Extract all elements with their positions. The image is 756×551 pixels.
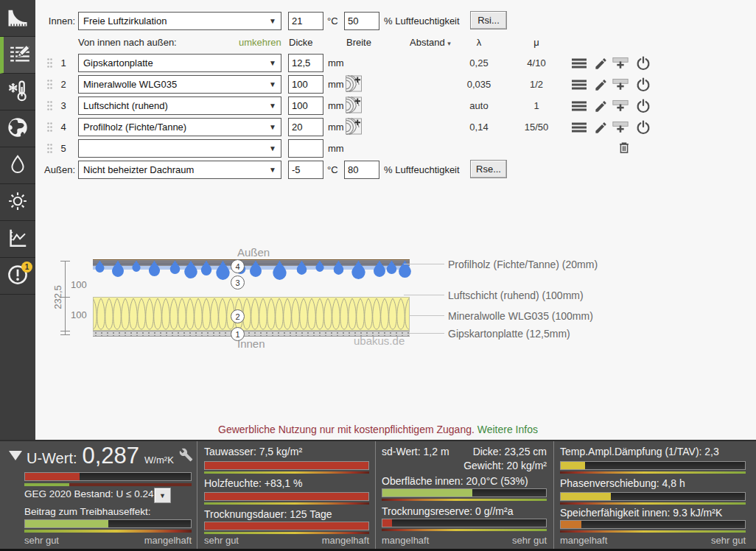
trocknungsdauer-bar — [204, 522, 369, 530]
aussen-temperature-input[interactable] — [288, 161, 323, 179]
aussen-humidity-input[interactable] — [344, 161, 379, 179]
material-select-3[interactable]: Luftschicht (ruhend)▼ — [78, 96, 281, 115]
innen-environment-select[interactable]: Freie Luftzirkulation ▼ — [78, 12, 281, 30]
chevron-down-icon: ▾ — [447, 40, 451, 47]
material-select-1[interactable]: Gipskartonplatte▼ — [78, 54, 281, 72]
unit-mm: mm — [328, 143, 344, 155]
thickness-input-4[interactable] — [288, 118, 323, 136]
drag-handle-icon[interactable] — [41, 97, 57, 113]
dimension-tick — [60, 261, 70, 262]
total-thickness-label: 232,5 — [52, 281, 63, 314]
water-drop-icon — [397, 260, 413, 278]
trocknungsreserve-bar — [382, 519, 547, 527]
sidebar: 1 — [0, 0, 35, 440]
trash-icon[interactable] — [616, 139, 632, 155]
material-select-2[interactable]: Mineralwolle WLG035▼ — [78, 75, 281, 94]
add-beams-icon[interactable] — [346, 96, 362, 113]
water-drop-icon — [372, 260, 387, 277]
thickness-input-2[interactable] — [288, 75, 323, 94]
drag-handle-icon[interactable] — [41, 76, 57, 92]
temp-ampl-bar — [560, 461, 746, 470]
dimension-tick — [60, 331, 70, 331]
speicherfaehigkeit-bar — [560, 520, 746, 529]
temp-ampl-label: Temp.Ampl.Dämpfung (1/TAV): 2,3 — [560, 446, 719, 457]
rsi-button[interactable]: Rsi... — [470, 11, 507, 29]
sidebar-item-temperature[interactable] — [0, 74, 35, 110]
add-beams-icon[interactable] — [346, 118, 362, 134]
innen-environment-value: Freie Luftzirkulation — [83, 15, 167, 27]
col-breite: Breite — [346, 37, 371, 48]
layer-mineral-wool[interactable] — [93, 297, 410, 331]
innen-humidity-input[interactable] — [344, 12, 379, 30]
drag-handle-icon[interactable] — [41, 119, 57, 135]
water-drop-icon — [315, 260, 325, 272]
power-toggle-icon[interactable] — [635, 77, 651, 93]
u-value-scale — [24, 483, 192, 486]
sidebar-item-graphs[interactable] — [0, 221, 35, 258]
innen-temperature-input[interactable] — [288, 12, 323, 30]
thickness-input-1[interactable] — [288, 54, 323, 72]
power-toggle-icon[interactable] — [635, 98, 651, 114]
insert-layer-icon[interactable] — [612, 77, 629, 93]
col-lambda: λ — [457, 37, 501, 48]
thickness-input-5[interactable] — [288, 139, 323, 158]
sidebar-item-layers-edit[interactable] — [0, 37, 35, 74]
layer-number-4: 4 — [231, 259, 245, 273]
reverse-link[interactable]: umkehren — [239, 37, 281, 48]
insert-layer-icon[interactable] — [612, 98, 629, 114]
gewicht-label: Gewicht: 20 kg/m² — [442, 460, 547, 471]
drag-handle-icon[interactable] — [41, 55, 57, 71]
power-toggle-icon[interactable] — [635, 119, 651, 136]
weitere-infos-link[interactable]: Weitere Infos — [477, 424, 538, 435]
material-select-4[interactable]: Profilholz (Fichte/Tanne)▼ — [78, 118, 281, 136]
rse-button[interactable]: Rse... — [470, 160, 507, 178]
insert-layer-icon[interactable] — [612, 119, 629, 136]
wrench-icon[interactable] — [179, 448, 193, 465]
sidebar-item-ecology[interactable] — [0, 110, 35, 147]
material-select-5[interactable]: ▼ — [78, 139, 281, 158]
u-value: 0,287 — [83, 443, 140, 469]
menu-icon[interactable] — [571, 98, 587, 114]
menu-icon[interactable] — [571, 77, 587, 93]
oberflaeche-bar — [382, 488, 547, 497]
water-drop-icon — [385, 260, 398, 274]
water-drop-icon — [131, 260, 141, 272]
sidebar-item-warnings[interactable]: 1 — [0, 258, 35, 295]
innen-temp-unit: °C — [327, 15, 338, 27]
frost-thermometer-icon — [7, 80, 29, 105]
menu-icon[interactable] — [571, 55, 587, 71]
collapse-panel-toggle[interactable] — [9, 451, 22, 460]
edit-pencil-icon[interactable] — [592, 77, 609, 93]
add-beams-icon[interactable] — [346, 75, 362, 91]
mu-value: 1/2 — [516, 75, 557, 94]
sidebar-item-summer-heat[interactable] — [0, 184, 35, 221]
insert-layer-icon[interactable] — [612, 55, 629, 71]
scale-left: sehr gut — [24, 535, 59, 546]
edit-pencil-icon[interactable] — [592, 98, 609, 114]
edit-pencil-icon[interactable] — [592, 55, 609, 71]
u-value-bar — [24, 472, 192, 481]
power-toggle-icon[interactable] — [635, 55, 651, 71]
drag-handle-icon[interactable] — [41, 140, 57, 156]
row-number: 1 — [57, 57, 69, 69]
oberflaeche-scale — [382, 499, 547, 501]
trocknungsreserve-scale — [382, 529, 547, 531]
trocknungsdauer-label: Trocknungsdauer: 125 Tage — [204, 508, 332, 520]
u-value-unit: W/m²K — [144, 455, 174, 466]
thickness-input-3[interactable] — [288, 96, 323, 115]
geg-standard-dropdown[interactable]: ▼ — [154, 488, 171, 503]
diagram-outside-label: Außen — [237, 246, 270, 259]
mu-value: 1 — [516, 96, 557, 115]
col-mu: μ — [516, 37, 557, 48]
tauwasser-bar — [204, 461, 369, 470]
menu-icon[interactable] — [571, 119, 587, 136]
edit-pencil-icon[interactable] — [592, 119, 609, 136]
col-abstand[interactable]: Abstand ▾ — [410, 37, 451, 48]
speicherfaehigkeit-scale — [560, 530, 746, 533]
lambda-value: auto — [457, 96, 501, 115]
scale-left: mangelhaft — [560, 535, 607, 546]
aussen-environment-select[interactable]: Nicht beheizter Dachraum ▼ — [78, 161, 281, 179]
chevron-down-icon: ▼ — [269, 17, 276, 25]
ghg-label: Beitrag zum Treibhauseffekt: — [24, 506, 151, 517]
u-value-readout: U-Wert: 0,287 W/m²K — [27, 443, 174, 469]
